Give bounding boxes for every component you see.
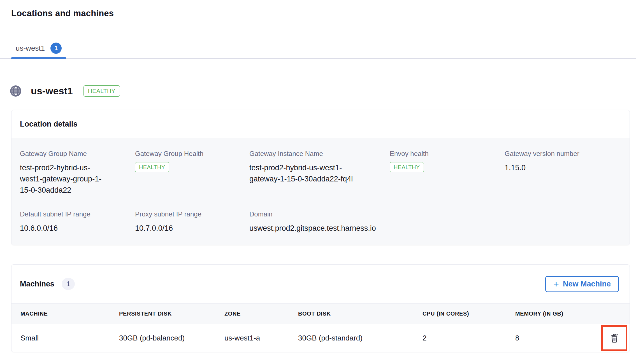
tab-label: us-west1: [16, 44, 45, 53]
field-domain: Domain uswest.prod2.gitspace.test.harnes…: [249, 210, 390, 234]
field-label: Gateway version number: [505, 150, 621, 158]
cell-machine: Small: [20, 334, 119, 342]
cell-memory: 8: [515, 334, 600, 342]
plus-icon: +: [553, 280, 559, 288]
field-gateway-group-name: Gateway Group Name test-prod2-hybrid-us-…: [20, 150, 135, 196]
cell-persistent-disk: 30GB (pd-balanced): [119, 334, 224, 342]
machines-title: Machines: [20, 280, 54, 288]
location-details-card: Location details Gateway Group Name test…: [11, 110, 630, 245]
field-value: test-prod2-hybrid-us-west1-gateway-group…: [20, 162, 112, 196]
envoy-health-badge: HEALTHY: [390, 162, 424, 172]
tab-us-west1[interactable]: us-west1 1: [11, 38, 66, 58]
field-value: 10.6.0.0/16: [20, 223, 135, 234]
field-label: Gateway Instance Name: [249, 150, 390, 158]
col-boot-disk: BOOT DISK: [298, 311, 423, 317]
gateway-group-health-badge: HEALTHY: [135, 162, 169, 172]
table-row: Small 30GB (pd-balanced) us-west1-a 30GB…: [11, 324, 630, 352]
cell-zone: us-west1-a: [224, 334, 298, 342]
machines-count-badge: 1: [62, 278, 75, 290]
field-value: 10.7.0.0/16: [135, 223, 249, 234]
tab-count-badge: 1: [50, 43, 62, 54]
col-memory: MEMORY (IN GB): [515, 311, 600, 317]
machines-card: Machines 1 + New Machine MACHINE PERSIST…: [11, 264, 630, 352]
machines-header: Machines 1 + New Machine: [11, 265, 630, 303]
field-value: uswest.prod2.gitspace.test.harness.io: [249, 223, 390, 234]
col-cpu: CPU (IN CORES): [423, 311, 515, 317]
active-tab-underline: [11, 57, 66, 59]
field-gateway-version: Gateway version number 1.15.0: [505, 150, 621, 196]
col-zone: ZONE: [224, 311, 298, 317]
new-machine-label: New Machine: [563, 280, 611, 288]
location-header: us-west1 HEALTHY: [9, 85, 636, 97]
field-value: test-prod2-hybrid-us-west1-gateway-1-15-…: [249, 162, 375, 185]
field-default-subnet: Default subnet IP range 10.6.0.0/16: [20, 210, 135, 234]
field-proxy-subnet: Proxy subnet IP range 10.7.0.0/16: [135, 210, 249, 234]
machines-table-header: MACHINE PERSISTENT DISK ZONE BOOT DISK C…: [11, 303, 630, 324]
new-machine-button[interactable]: + New Machine: [545, 276, 619, 292]
col-persistent-disk: PERSISTENT DISK: [119, 311, 224, 317]
tab-bar: us-west1 1: [0, 38, 636, 59]
field-gateway-group-health: Gateway Group Health HEALTHY: [135, 150, 249, 196]
field-label: Envoy health: [390, 150, 505, 158]
location-name: us-west1: [31, 85, 73, 97]
location-status-badge: HEALTHY: [83, 85, 120, 96]
trash-icon: [609, 333, 620, 343]
cell-boot-disk: 30GB (pd-standard): [298, 334, 423, 342]
location-details-title: Location details: [11, 110, 630, 138]
col-machine: MACHINE: [20, 311, 119, 317]
field-label: Default subnet IP range: [20, 210, 135, 218]
field-label: Gateway Group Health: [135, 150, 249, 158]
field-label: Domain: [249, 210, 390, 218]
page-title: Locations and machines: [11, 8, 636, 18]
field-envoy-health: Envoy health HEALTHY: [390, 150, 505, 196]
field-label: Proxy subnet IP range: [135, 210, 249, 218]
annotation-highlight-box: [601, 325, 627, 351]
field-value: 1.15.0: [505, 162, 621, 173]
globe-icon: [9, 85, 22, 97]
delete-machine-button[interactable]: [608, 331, 621, 345]
location-details-body: Gateway Group Name test-prod2-hybrid-us-…: [11, 138, 630, 245]
field-label: Gateway Group Name: [20, 150, 135, 158]
cell-cpu: 2: [423, 334, 515, 342]
row-actions: [600, 325, 630, 351]
field-gateway-instance-name: Gateway Instance Name test-prod2-hybrid-…: [249, 150, 390, 196]
